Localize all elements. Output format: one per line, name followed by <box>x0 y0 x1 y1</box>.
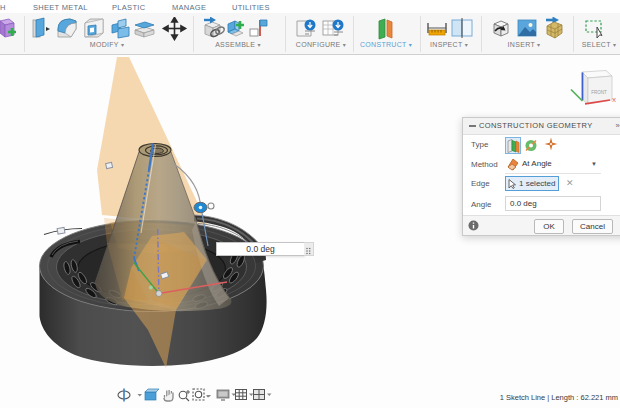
svg-text:X: X <box>612 97 616 103</box>
svg-text:FRONT: FRONT <box>591 90 607 95</box>
